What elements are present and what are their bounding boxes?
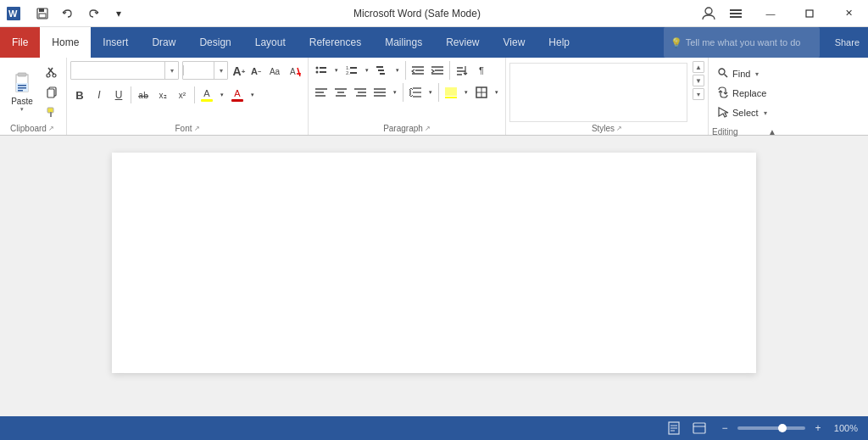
decrease-indent-button[interactable] bbox=[409, 61, 427, 80]
styles-more[interactable]: ▾ bbox=[693, 88, 704, 100]
styles-expand-icon[interactable]: ↗ bbox=[616, 125, 622, 132]
styles-group-label[interactable]: Styles ↗ bbox=[509, 124, 704, 135]
zoom-in-button[interactable]: + bbox=[809, 419, 827, 437]
cut-button[interactable] bbox=[42, 63, 61, 81]
font-color-dropdown[interactable]: ▾ bbox=[248, 86, 258, 104]
document-area[interactable] bbox=[0, 136, 868, 416]
undo-button[interactable] bbox=[56, 2, 80, 25]
font-shrink-button[interactable]: A− bbox=[248, 64, 264, 79]
line-spacing-dropdown[interactable]: ▾ bbox=[426, 83, 436, 102]
styles-scroll-down[interactable]: ▼ bbox=[693, 75, 704, 86]
styles-gallery[interactable] bbox=[509, 63, 687, 122]
clear-formatting-button[interactable]: A bbox=[286, 62, 304, 81]
paragraph-group-label[interactable]: Paragraph ↗ bbox=[312, 124, 502, 135]
zoom-out-button[interactable]: − bbox=[715, 419, 734, 437]
copy-button[interactable] bbox=[42, 83, 61, 102]
find-button[interactable]: Find ▾ bbox=[712, 64, 764, 83]
tab-mailings[interactable]: Mailings bbox=[373, 27, 434, 58]
tab-layout[interactable]: Layout bbox=[243, 27, 298, 58]
tab-references[interactable]: References bbox=[298, 27, 373, 58]
font-color-button[interactable]: A bbox=[228, 86, 247, 104]
share-button[interactable]: Share bbox=[826, 27, 868, 58]
align-center-button[interactable] bbox=[331, 83, 350, 102]
bold-button[interactable]: B bbox=[70, 86, 89, 104]
clipboard-group-label[interactable]: Clipboard ↗ bbox=[3, 124, 61, 135]
maximize-button[interactable] bbox=[790, 0, 829, 27]
font-size-input[interactable] bbox=[183, 65, 214, 75]
sort-button[interactable] bbox=[453, 61, 471, 80]
search-input[interactable] bbox=[686, 37, 813, 47]
view-print-layout-button[interactable] bbox=[665, 419, 683, 437]
multilevel-button[interactable] bbox=[373, 61, 392, 80]
view-web-layout-button[interactable] bbox=[690, 419, 709, 437]
paragraph-group: ▾ 1.2. ▾ ▾ bbox=[309, 58, 506, 135]
zoom-slider[interactable] bbox=[737, 426, 805, 430]
show-hide-button[interactable]: ¶ bbox=[472, 61, 491, 80]
underline-button[interactable]: U bbox=[109, 86, 128, 104]
tab-file[interactable]: File bbox=[0, 27, 40, 58]
close-button[interactable]: ✕ bbox=[829, 0, 868, 27]
multilevel-dropdown[interactable]: ▾ bbox=[392, 61, 403, 80]
styles-scroll-up[interactable]: ▲ bbox=[693, 61, 704, 73]
tab-design[interactable]: Design bbox=[187, 27, 242, 58]
superscript-button[interactable]: x² bbox=[173, 86, 192, 104]
tab-help[interactable]: Help bbox=[537, 27, 581, 58]
status-right: − + 100% bbox=[665, 419, 858, 437]
font-name-dropdown[interactable]: ▾ bbox=[164, 62, 178, 79]
font-size-selector[interactable]: ▾ bbox=[182, 61, 228, 80]
svg-point-18 bbox=[47, 74, 50, 77]
shading-dropdown[interactable]: ▾ bbox=[461, 83, 471, 102]
ribbon-display-button[interactable] bbox=[724, 2, 748, 25]
align-left-button[interactable] bbox=[312, 83, 331, 102]
customize-qat-button[interactable]: ▾ bbox=[107, 2, 131, 25]
zoom-slider-thumb[interactable] bbox=[778, 424, 787, 432]
tab-insert[interactable]: Insert bbox=[91, 27, 140, 58]
italic-button[interactable]: I bbox=[90, 86, 108, 104]
increase-indent-button[interactable] bbox=[428, 61, 447, 80]
justify-button[interactable] bbox=[370, 83, 389, 102]
format-painter-button[interactable] bbox=[42, 103, 61, 122]
bullets-dropdown[interactable]: ▾ bbox=[331, 61, 342, 80]
paste-label: Paste bbox=[11, 97, 33, 106]
editing-group-label[interactable]: Editing ▲ bbox=[712, 122, 782, 142]
font-group-label[interactable]: Font ↗ bbox=[70, 124, 304, 135]
paste-button[interactable]: Paste ▾ bbox=[3, 61, 41, 122]
redo-button[interactable] bbox=[81, 2, 105, 25]
title-bar: W ▾ Microsoft Word (Safe Mode) — bbox=[0, 0, 868, 27]
borders-button[interactable] bbox=[472, 83, 491, 102]
bullets-button[interactable] bbox=[312, 61, 331, 80]
tab-draw[interactable]: Draw bbox=[140, 27, 187, 58]
ribbon-collapse-button[interactable]: ▲ bbox=[763, 122, 782, 141]
text-highlight-button[interactable]: A bbox=[198, 86, 216, 104]
shading-button[interactable] bbox=[442, 83, 460, 102]
paragraph-expand-icon[interactable]: ↗ bbox=[425, 125, 431, 132]
highlight-dropdown[interactable]: ▾ bbox=[217, 86, 227, 104]
clipboard-expand-icon[interactable]: ↗ bbox=[48, 125, 54, 132]
tab-review[interactable]: Review bbox=[434, 27, 491, 58]
change-case-button[interactable]: Aa bbox=[265, 62, 284, 81]
subscript-button[interactable]: x₂ bbox=[153, 86, 172, 104]
font-name-selector[interactable]: ▾ bbox=[70, 61, 179, 80]
font-grow-button[interactable]: A+ bbox=[231, 64, 247, 79]
font-size-dropdown[interactable]: ▾ bbox=[214, 62, 227, 79]
font-name-input[interactable] bbox=[71, 65, 164, 75]
select-button[interactable]: Select ▾ bbox=[712, 103, 772, 122]
paragraph-group-content: ▾ 1.2. ▾ ▾ bbox=[312, 61, 502, 124]
justify-dropdown[interactable]: ▾ bbox=[390, 83, 400, 102]
numbering-button[interactable]: 1.2. bbox=[342, 61, 361, 80]
user-account-button[interactable] bbox=[697, 2, 721, 25]
font-expand-icon[interactable]: ↗ bbox=[194, 125, 200, 132]
svg-point-66 bbox=[719, 69, 725, 75]
borders-dropdown[interactable]: ▾ bbox=[492, 83, 502, 102]
tab-home[interactable]: Home bbox=[40, 27, 91, 58]
document-page[interactable] bbox=[112, 153, 756, 373]
tab-view[interactable]: View bbox=[492, 27, 537, 58]
numbering-dropdown[interactable]: ▾ bbox=[362, 61, 372, 80]
strikethrough-button[interactable]: ab̶ bbox=[134, 86, 153, 104]
minimize-button[interactable]: — bbox=[751, 0, 790, 27]
paste-dropdown-arrow[interactable]: ▾ bbox=[20, 106, 24, 113]
align-right-button[interactable] bbox=[351, 83, 370, 102]
save-qat-button[interactable] bbox=[31, 2, 54, 25]
replace-button[interactable]: Replace bbox=[712, 84, 771, 103]
line-spacing-button[interactable] bbox=[406, 83, 425, 102]
